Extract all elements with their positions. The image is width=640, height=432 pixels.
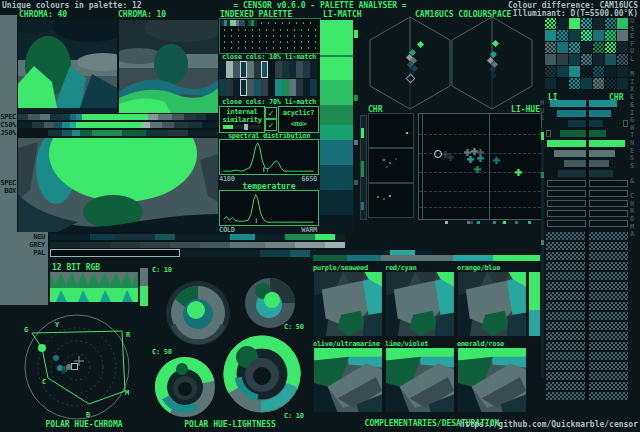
close-colour-swatch: [226, 61, 233, 78]
strip-segment: [62, 122, 70, 128]
chroma-bar: [589, 200, 628, 207]
useful-mix-swatch: [557, 30, 568, 41]
cube-data-point: [406, 74, 416, 84]
strip-segment: [260, 250, 290, 257]
close-colour-swatch: [303, 61, 310, 78]
close-colour-swatch: [282, 79, 289, 96]
tile-label-olive-ultramarine: olive/ultramarine: [313, 340, 380, 348]
chr-data-point: [389, 195, 391, 197]
strip-segment: [162, 122, 174, 128]
tile-image-lime-violet: [385, 348, 455, 412]
chr-data-point: [383, 159, 385, 161]
lc-dither-bar: [546, 302, 585, 310]
strip-segment: [175, 234, 230, 240]
lc-dither-bar: [589, 232, 628, 240]
close-colour-swatch: [219, 79, 226, 96]
neutrals-strip: [50, 234, 345, 240]
li-match-step: [320, 20, 353, 55]
lc-side-box: [623, 120, 628, 127]
cube-data-point: [417, 41, 424, 48]
donut-plot-1: [165, 280, 231, 346]
acyclic-answer-value: <no>: [279, 120, 318, 128]
strip-segment: [142, 122, 150, 128]
li-hue-point: [474, 166, 481, 173]
sidebar-grey-label: GREY: [0, 241, 45, 249]
sidebar-neu-label: NEU: [0, 233, 45, 241]
close-cols-70-row: [219, 79, 317, 96]
strip-segment: [80, 130, 92, 136]
chr-scatter-box-1: [368, 113, 414, 148]
chr-data-point: [383, 198, 385, 200]
strip-segment: [202, 122, 218, 128]
comp-edge-swatch-green: [529, 272, 540, 310]
useful-mixes-vertical-label: U S E F U L M I X E S: [630, 18, 634, 109]
close-colour-swatch: [261, 61, 268, 78]
lightness-chroma-bars: [546, 100, 628, 412]
pal-selection-box[interactable]: [50, 249, 180, 257]
chr-data-point: [386, 166, 388, 168]
tile-label-red-cyan: red/cyan: [385, 264, 416, 272]
lightness-bar: [554, 150, 586, 157]
close-colour-swatch: [289, 61, 296, 78]
useful-mix-swatch: [605, 42, 616, 53]
li-hue-tick: [528, 221, 531, 224]
li-match-label: LI-MATCH: [323, 10, 362, 19]
similarity-checkbox-2[interactable]: ✓: [265, 119, 277, 131]
tile-image-orange-blue: [457, 272, 527, 336]
useful-mix-swatch: [557, 66, 568, 77]
lightness-bar: [547, 210, 586, 217]
li-match-tick: [354, 180, 358, 185]
li-match-step: [320, 80, 353, 105]
similarity-checkbox-1[interactable]: ✓: [265, 107, 277, 119]
chroma-bar: [589, 180, 628, 187]
lc-dither-bar: [546, 372, 585, 380]
chr-scale-mark: [361, 161, 364, 177]
lightness-bar: [568, 120, 586, 127]
useful-mix-swatch: [545, 54, 556, 65]
chroma-bar: [589, 120, 603, 127]
strip-segment: [206, 114, 218, 120]
useful-mix-swatch: [605, 18, 616, 29]
chr-scale-bar: [360, 115, 367, 220]
acyclic-box: acyclic? <no>: [278, 106, 319, 133]
lc-side-box: [546, 130, 551, 137]
temperature-warm-label: WARM: [279, 226, 317, 234]
similarity-slider-handle[interactable]: [244, 124, 248, 130]
strip-segment: [140, 242, 170, 248]
similarity-slider-track[interactable]: [223, 125, 261, 129]
chroma-bar: [589, 100, 617, 107]
useful-mix-swatch: [557, 54, 568, 65]
strip-segment: [18, 122, 32, 128]
li-match-tick: [354, 140, 358, 145]
lc-dither-bar: [589, 372, 628, 380]
close-colour-swatch: [275, 79, 282, 96]
lc-dither-bar: [546, 352, 585, 360]
sidebar-j50-label: J50%: [0, 129, 16, 137]
li-hue-scatter-panel: [418, 113, 542, 220]
strip-segment: [230, 234, 255, 240]
comp-edge-swatch-teal: [529, 310, 540, 336]
li-hue-point: [515, 169, 522, 176]
lc-dither-bar: [589, 342, 628, 350]
useful-mix-swatch: [545, 66, 556, 77]
useful-mix-swatch: [545, 78, 556, 89]
polar-hue-chroma-plot: [20, 312, 136, 422]
lightness-bar: [547, 180, 586, 187]
useful-mix-swatch: [545, 18, 556, 29]
useful-mix-swatch: [569, 66, 580, 77]
close-colour-swatch: [296, 79, 303, 96]
lc-dither-bar: [589, 262, 628, 270]
donut-plot-4: [223, 335, 301, 413]
strip-segment: [170, 242, 200, 248]
tile-image-emerald-rose: [457, 348, 527, 412]
strip-segment: [115, 234, 155, 240]
useful-mix-swatch: [617, 78, 628, 89]
github-url-link[interactable]: https://github.com/Quickmarble/censor: [460, 420, 638, 429]
tile-label-lime-violet: lime/violet: [385, 340, 428, 348]
close-colour-swatch: [233, 61, 240, 78]
strip-segment: [196, 114, 206, 120]
li-hue-point: [477, 149, 484, 156]
close-colour-swatch: [226, 79, 233, 96]
li-match-step: [320, 125, 353, 140]
cam16ucs-points-layer: [358, 15, 542, 111]
